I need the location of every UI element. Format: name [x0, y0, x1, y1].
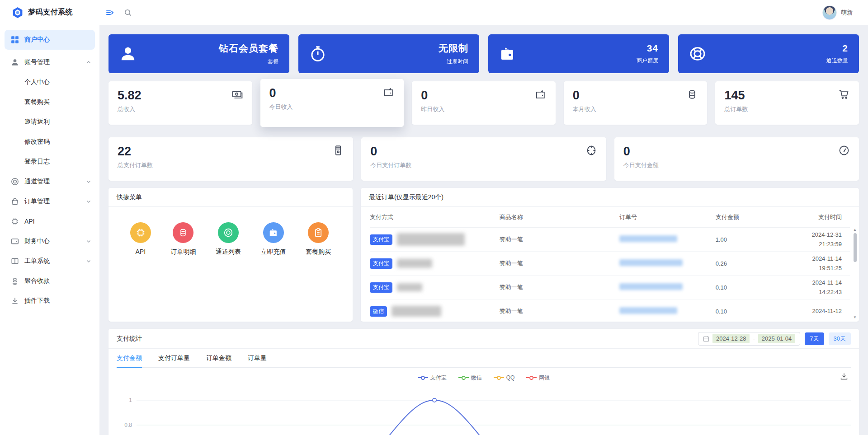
stat-card-total-orders: 145 总订单数 [715, 81, 859, 125]
gauge-icon [838, 145, 850, 156]
download-icon [11, 297, 19, 305]
sidebar-item-label: 聚合收款 [24, 277, 50, 285]
legend-item-netbank[interactable]: 网银 [526, 374, 550, 382]
scroll-up-icon[interactable]: ▲ [853, 228, 857, 232]
cash-icon [231, 89, 243, 100]
sidebar-item-account-management[interactable]: 账号管理 [0, 52, 99, 72]
col-header: 支付金额 [716, 213, 783, 221]
scrollbar-thumb[interactable] [854, 233, 857, 262]
redacted-order-no [619, 283, 683, 290]
chip-icon [11, 217, 19, 225]
summary-card-merchant-quota: 34 商户额度 [488, 34, 669, 73]
wallet-icon [263, 222, 284, 243]
coins-icon [686, 89, 698, 100]
sidebar-item-aggregate-collection[interactable]: 聚合收款 [0, 271, 99, 291]
sidebar-item-merchant-center[interactable]: 商户中心 [5, 30, 95, 50]
table-row: 支付宝 赞助一笔 0.10 2024-11-1414:22:43 [370, 276, 850, 299]
product-name: 赞助一笔 [500, 259, 620, 267]
col-header: 支付方式 [370, 213, 500, 221]
tab-pay-order-count[interactable]: 支付订单量 [158, 349, 190, 368]
tab-order-count[interactable]: 订单量 [248, 349, 267, 368]
stat-label: 今日支付订单数 [370, 161, 597, 169]
line-marker-icon [494, 376, 504, 380]
tab-pay-amount[interactable]: 支付金额 [117, 349, 142, 368]
lifebuoy-icon [689, 45, 706, 62]
sidebar-item-api[interactable]: API [0, 211, 99, 231]
summary-label: 商户额度 [637, 57, 658, 65]
col-header: 商品名称 [500, 213, 620, 221]
chip-icon [130, 222, 151, 243]
quick-menu-panel: 快捷菜单 API 订单明细 通道列表 [108, 188, 353, 322]
range-button-7d[interactable]: 7天 [805, 332, 824, 345]
sidebar-item-login-log[interactable]: 登录日志 [0, 152, 99, 172]
pay-method-tag: 支付宝 [370, 282, 392, 293]
date-end-value[interactable]: 2025-01-04 [758, 334, 796, 343]
quick-item-label: 立即充值 [261, 248, 286, 256]
sidebar-item-change-password[interactable]: 修改密码 [0, 132, 99, 152]
quick-item-label: 套餐购买 [306, 248, 331, 256]
quick-item-label: API [136, 248, 146, 255]
line-chart-canvas: 1 0.8 [117, 388, 851, 435]
redacted-order-no [619, 235, 677, 242]
download-chart-icon[interactable] [840, 372, 848, 380]
stat-card-total-paid-orders: 22 总支付订单数 [108, 137, 353, 181]
stamp-icon [11, 277, 19, 285]
quick-item-channel-list[interactable]: 通道列表 [216, 222, 241, 256]
sidebar-item-plan-purchase[interactable]: 套餐购买 [0, 92, 99, 112]
app-logo-icon [12, 7, 24, 19]
stat-label: 昨日收入 [421, 105, 547, 113]
pay-date: 2024-11-14 [783, 254, 842, 263]
pay-amount: 0.10 [716, 308, 783, 315]
stat-label: 本月收入 [573, 105, 698, 113]
table-row: 支付宝 赞助一笔 1.00 2024-12-3121:23:59 [370, 228, 850, 252]
legend-item-alipay[interactable]: 支付宝 [418, 374, 447, 382]
bank-card-icon [332, 145, 344, 156]
stopwatch-icon [309, 45, 326, 62]
collapse-menu-icon[interactable] [106, 9, 114, 17]
pay-date: 2024-11-12 [783, 306, 842, 316]
user-menu[interactable]: 萌新 [822, 5, 868, 20]
tab-order-amount[interactable]: 订单金额 [206, 349, 231, 368]
pay-amount: 1.00 [716, 236, 783, 243]
legend-label: 支付宝 [430, 374, 447, 382]
quick-item-plan-purchase[interactable]: 套餐购买 [306, 222, 331, 256]
logo-area[interactable]: 梦码支付系统 [0, 7, 99, 19]
stat-value: 0 [269, 86, 395, 100]
user-icon [119, 45, 137, 62]
top-header: 梦码支付系统 萌新 [0, 0, 868, 25]
quick-item-recharge[interactable]: 立即充值 [261, 222, 286, 256]
legend-item-wechat[interactable]: 微信 [458, 374, 482, 382]
quick-item-order-details[interactable]: 订单明细 [170, 222, 196, 256]
legend-item-qq[interactable]: QQ [494, 374, 515, 381]
quick-item-api[interactable]: API [130, 222, 151, 255]
pay-method-tag: 支付宝 [370, 258, 392, 269]
sidebar-item-ticket-system[interactable]: 工单系统 [0, 251, 99, 271]
sidebar-item-personal-center[interactable]: 个人中心 [0, 72, 99, 92]
y-tick-label: 0.8 [124, 422, 132, 428]
sidebar-item-label: 财务中心 [24, 237, 50, 245]
legend-label: QQ [506, 374, 515, 381]
stat-card-month-income: 0 本月收入 [564, 81, 708, 125]
sidebar-item-plugin-download[interactable]: 插件下载 [0, 291, 99, 311]
sidebar-item-finance-center[interactable]: 财务中心 [0, 231, 99, 251]
quick-menu-title: 快捷菜单 [108, 188, 353, 207]
user-avatar[interactable] [822, 5, 837, 20]
user-icon [11, 58, 19, 66]
stat-value: 5.82 [118, 89, 243, 103]
search-icon[interactable] [124, 9, 132, 17]
sidebar-item-order-management[interactable]: 订单管理 [0, 192, 99, 211]
date-range-picker[interactable]: 2024-12-28 - 2025-01-04 [698, 332, 800, 346]
date-start-value[interactable]: 2024-12-28 [712, 334, 750, 343]
sidebar-item-label: 商户中心 [24, 36, 50, 44]
orders-scrollbar[interactable]: ▲ ▼ [852, 228, 858, 320]
scroll-down-icon[interactable]: ▼ [853, 315, 857, 320]
stat-label: 总订单数 [724, 105, 850, 113]
stat-label: 总支付订单数 [118, 161, 344, 169]
range-button-30d[interactable]: 30天 [829, 332, 851, 345]
stat-value: 0 [623, 145, 850, 159]
recent-orders-panel: 最近订单(仅显示最近20个) 支付方式 商品名称 订单号 支付金额 支付时间 支… [361, 188, 859, 322]
lifebuoy-icon [218, 222, 239, 243]
sidebar-item-channel-management[interactable]: 通道管理 [0, 172, 99, 192]
sidebar-item-invite-rebate[interactable]: 邀请返利 [0, 112, 99, 132]
sidebar-item-label: 订单管理 [24, 197, 50, 206]
